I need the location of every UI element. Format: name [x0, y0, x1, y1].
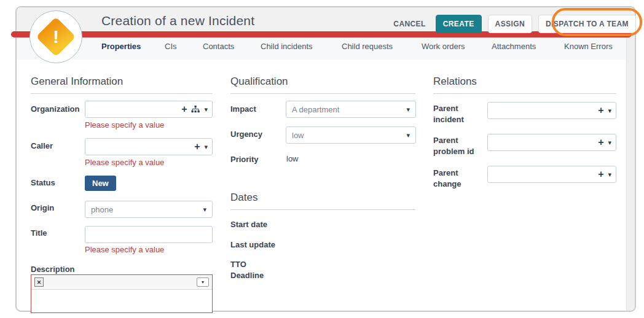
- organization-field[interactable]: [85, 101, 181, 117]
- add-parent-change-icon[interactable]: +: [598, 169, 603, 179]
- vertical-scrollbar[interactable]: [626, 33, 635, 311]
- impact-select[interactable]: A department ▾: [286, 101, 416, 118]
- divider: [31, 93, 213, 94]
- caller-input[interactable]: + ▾: [85, 138, 213, 155]
- editor-broken-plugin-icon: ✕: [34, 277, 44, 287]
- general-information-heading: General Information: [31, 76, 123, 88]
- title-label: Title: [31, 228, 47, 239]
- page-title: Creation of a new Incident: [101, 14, 254, 28]
- qualification-heading: Qualification: [230, 76, 288, 88]
- divider: [433, 93, 616, 94]
- urgency-select[interactable]: low ▾: [286, 126, 416, 144]
- caller-dropdown-icon[interactable]: ▾: [204, 144, 208, 150]
- add-parent-incident-icon[interactable]: +: [598, 106, 603, 115]
- action-buttons: CANCEL CREATE ASSIGN DISPATCH TO A TEAM: [390, 15, 636, 33]
- parent-problem-field[interactable]: [488, 134, 598, 150]
- parent-incident-icons: + ▾: [598, 106, 616, 115]
- parent-change-label: Parent change: [433, 168, 477, 190]
- urgency-label: Urgency: [230, 129, 262, 140]
- organization-label: Organization: [31, 104, 79, 115]
- status-label: Status: [31, 177, 55, 188]
- urgency-value: low: [292, 131, 304, 140]
- add-parent-problem-icon[interactable]: +: [598, 138, 603, 147]
- incident-creation-page: ! Creation of a new Incident CANCEL CREA…: [0, 0, 644, 318]
- title-field[interactable]: [85, 227, 212, 242]
- hierarchy-icon[interactable]: [191, 106, 200, 113]
- dates-heading: Dates: [230, 192, 257, 204]
- title-error: Please specify a value: [85, 245, 164, 254]
- impact-value: A department: [292, 105, 339, 114]
- tto-deadline-label: TTO Deadline: [230, 259, 280, 281]
- parent-problem-label: Parent problem id: [433, 135, 482, 157]
- organization-input[interactable]: + ▾: [85, 101, 213, 118]
- exclamation-icon: !: [30, 11, 82, 63]
- status-badge: New: [85, 176, 116, 191]
- description-editor[interactable]: ✕ ▾: [31, 274, 213, 313]
- parent-problem-input[interactable]: + ▾: [487, 134, 616, 151]
- description-editor-body[interactable]: [31, 290, 212, 313]
- parent-incident-input[interactable]: + ▾: [487, 102, 616, 119]
- tab-child-requests[interactable]: Child requests: [342, 42, 393, 51]
- tab-attachments[interactable]: Attachments: [492, 42, 536, 51]
- description-editor-toolbar: ✕ ▾: [31, 275, 212, 290]
- tab-work-orders[interactable]: Work orders: [422, 42, 465, 51]
- start-date-label: Start date: [230, 219, 267, 230]
- editor-menu-dropdown-icon[interactable]: ▾: [197, 277, 209, 287]
- parent-change-icons: + ▾: [598, 169, 616, 179]
- organization-dropdown-icon[interactable]: ▾: [204, 106, 208, 113]
- caller-error: Please specify a value: [85, 158, 164, 167]
- add-caller-icon[interactable]: +: [194, 142, 200, 152]
- caller-input-icons: + ▾: [194, 142, 212, 152]
- parent-incident-field[interactable]: [488, 103, 598, 118]
- divider: [230, 93, 415, 94]
- caller-label: Caller: [31, 141, 53, 152]
- tab-properties[interactable]: Properties: [101, 42, 141, 51]
- parent-incident-label: Parent incident: [433, 103, 477, 125]
- parent-change-field[interactable]: [488, 166, 598, 182]
- impact-caret-icon: ▾: [406, 106, 410, 113]
- incident-class-icon: !: [29, 10, 82, 63]
- cancel-button[interactable]: CANCEL: [390, 15, 429, 33]
- parent-problem-dropdown-icon[interactable]: ▾: [608, 139, 611, 146]
- parent-problem-icons: + ▾: [598, 138, 616, 147]
- organization-input-icons: + ▾: [181, 104, 212, 114]
- last-update-label: Last update: [230, 239, 275, 250]
- priority-value: low: [286, 154, 299, 163]
- description-label: Description: [31, 264, 75, 275]
- relations-heading: Relations: [433, 76, 477, 88]
- assign-button[interactable]: ASSIGN: [488, 15, 532, 33]
- parent-change-dropdown-icon[interactable]: ▾: [608, 171, 611, 178]
- origin-label: Origin: [31, 203, 54, 214]
- dispatch-to-a-team-button[interactable]: DISPATCH TO A TEAM: [538, 15, 636, 33]
- urgency-caret-icon: ▾: [406, 132, 410, 139]
- priority-label: Priority: [230, 154, 259, 165]
- add-organization-icon[interactable]: +: [181, 104, 187, 114]
- origin-select[interactable]: phone ▾: [85, 201, 213, 218]
- organization-error: Please specify a value: [85, 120, 164, 130]
- divider: [230, 209, 415, 210]
- origin-caret-icon: ▾: [203, 206, 206, 213]
- tab-cis[interactable]: CIs: [165, 42, 177, 51]
- parent-change-input[interactable]: + ▾: [487, 166, 616, 183]
- tab-contacts[interactable]: Contacts: [203, 42, 234, 51]
- tab-child-incidents[interactable]: Child incidents: [261, 42, 313, 51]
- origin-value: phone: [91, 205, 113, 214]
- create-button[interactable]: CREATE: [436, 15, 482, 33]
- tab-known-errors[interactable]: Known Errors: [564, 42, 613, 51]
- caller-field[interactable]: [85, 139, 194, 155]
- impact-label: Impact: [230, 104, 256, 115]
- parent-incident-dropdown-icon[interactable]: ▾: [608, 107, 611, 114]
- title-input[interactable]: [85, 226, 213, 243]
